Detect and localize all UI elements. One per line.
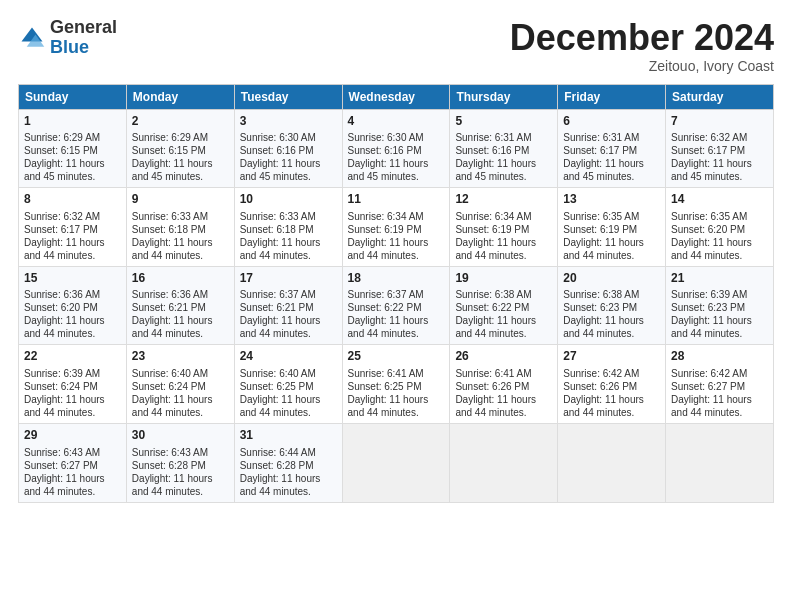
calendar-header-row: SundayMondayTuesdayWednesdayThursdayFrid… — [19, 84, 774, 109]
calendar-cell: 27Sunrise: 6:42 AMSunset: 6:26 PMDayligh… — [558, 345, 666, 424]
day-info: and 45 minutes. — [455, 170, 552, 183]
day-info: Daylight: 11 hours — [455, 236, 552, 249]
day-info: Sunset: 6:20 PM — [671, 223, 768, 236]
calendar-header-monday: Monday — [126, 84, 234, 109]
day-info: and 44 minutes. — [132, 406, 229, 419]
day-info: Daylight: 11 hours — [563, 314, 660, 327]
day-info: Daylight: 11 hours — [132, 472, 229, 485]
day-info: Sunset: 6:18 PM — [240, 223, 337, 236]
calendar-week-row: 15Sunrise: 6:36 AMSunset: 6:20 PMDayligh… — [19, 266, 774, 345]
day-info: Sunset: 6:17 PM — [24, 223, 121, 236]
day-number: 14 — [671, 192, 768, 208]
day-number: 5 — [455, 114, 552, 130]
calendar-cell: 16Sunrise: 6:36 AMSunset: 6:21 PMDayligh… — [126, 266, 234, 345]
month-title: December 2024 — [510, 18, 774, 58]
day-info: Sunset: 6:24 PM — [132, 380, 229, 393]
day-number: 8 — [24, 192, 121, 208]
day-info: Sunrise: 6:29 AM — [24, 131, 121, 144]
calendar-cell: 15Sunrise: 6:36 AMSunset: 6:20 PMDayligh… — [19, 266, 127, 345]
day-info: and 44 minutes. — [132, 485, 229, 498]
day-info: Sunrise: 6:34 AM — [348, 210, 445, 223]
day-info: and 44 minutes. — [563, 406, 660, 419]
day-number: 1 — [24, 114, 121, 130]
day-info: and 45 minutes. — [24, 170, 121, 183]
day-info: Daylight: 11 hours — [348, 236, 445, 249]
day-number: 29 — [24, 428, 121, 444]
day-info: and 44 minutes. — [24, 406, 121, 419]
day-info: Sunset: 6:22 PM — [455, 301, 552, 314]
day-info: and 45 minutes. — [240, 170, 337, 183]
day-info: and 44 minutes. — [240, 406, 337, 419]
day-info: and 44 minutes. — [348, 327, 445, 340]
day-number: 3 — [240, 114, 337, 130]
day-info: Sunrise: 6:30 AM — [348, 131, 445, 144]
day-info: and 44 minutes. — [671, 327, 768, 340]
day-info: and 44 minutes. — [455, 249, 552, 262]
day-info: Daylight: 11 hours — [563, 236, 660, 249]
day-info: Sunset: 6:26 PM — [563, 380, 660, 393]
day-info: Daylight: 11 hours — [132, 236, 229, 249]
day-info: Sunrise: 6:36 AM — [24, 288, 121, 301]
day-info: Sunset: 6:24 PM — [24, 380, 121, 393]
day-info: Sunrise: 6:32 AM — [24, 210, 121, 223]
calendar-header-tuesday: Tuesday — [234, 84, 342, 109]
day-info: Sunrise: 6:40 AM — [132, 367, 229, 380]
day-number: 4 — [348, 114, 445, 130]
day-info: Sunset: 6:18 PM — [132, 223, 229, 236]
day-info: Daylight: 11 hours — [348, 157, 445, 170]
day-number: 28 — [671, 349, 768, 365]
calendar-cell: 29Sunrise: 6:43 AMSunset: 6:27 PMDayligh… — [19, 423, 127, 502]
day-number: 10 — [240, 192, 337, 208]
day-info: Sunrise: 6:38 AM — [563, 288, 660, 301]
calendar-cell: 21Sunrise: 6:39 AMSunset: 6:23 PMDayligh… — [666, 266, 774, 345]
day-info: Sunset: 6:15 PM — [132, 144, 229, 157]
day-info: Sunrise: 6:38 AM — [455, 288, 552, 301]
calendar-cell: 23Sunrise: 6:40 AMSunset: 6:24 PMDayligh… — [126, 345, 234, 424]
day-info: Sunset: 6:25 PM — [240, 380, 337, 393]
day-info: and 44 minutes. — [563, 249, 660, 262]
day-info: Sunrise: 6:39 AM — [24, 367, 121, 380]
day-info: Daylight: 11 hours — [132, 157, 229, 170]
day-info: Sunrise: 6:31 AM — [455, 131, 552, 144]
calendar-cell: 20Sunrise: 6:38 AMSunset: 6:23 PMDayligh… — [558, 266, 666, 345]
day-info: Sunrise: 6:33 AM — [132, 210, 229, 223]
calendar-header-wednesday: Wednesday — [342, 84, 450, 109]
day-info: and 44 minutes. — [240, 327, 337, 340]
day-info: and 44 minutes. — [24, 249, 121, 262]
day-info: and 45 minutes. — [563, 170, 660, 183]
day-number: 2 — [132, 114, 229, 130]
day-info: Daylight: 11 hours — [240, 236, 337, 249]
day-info: Sunset: 6:16 PM — [455, 144, 552, 157]
day-info: Daylight: 11 hours — [563, 393, 660, 406]
day-info: and 45 minutes. — [671, 170, 768, 183]
day-number: 17 — [240, 271, 337, 287]
calendar-cell — [450, 423, 558, 502]
calendar-week-row: 8Sunrise: 6:32 AMSunset: 6:17 PMDaylight… — [19, 188, 774, 267]
day-info: Daylight: 11 hours — [348, 393, 445, 406]
day-info: Sunset: 6:22 PM — [348, 301, 445, 314]
day-info: Sunset: 6:25 PM — [348, 380, 445, 393]
day-info: Sunset: 6:15 PM — [24, 144, 121, 157]
day-info: Sunset: 6:21 PM — [132, 301, 229, 314]
header: General Blue December 2024 Zeitouo, Ivor… — [18, 18, 774, 74]
day-info: Daylight: 11 hours — [240, 393, 337, 406]
day-info: and 44 minutes. — [348, 406, 445, 419]
day-info: and 44 minutes. — [24, 327, 121, 340]
day-info: and 44 minutes. — [563, 327, 660, 340]
day-info: Daylight: 11 hours — [24, 157, 121, 170]
day-info: Sunrise: 6:35 AM — [563, 210, 660, 223]
calendar-cell: 30Sunrise: 6:43 AMSunset: 6:28 PMDayligh… — [126, 423, 234, 502]
day-info: Sunrise: 6:39 AM — [671, 288, 768, 301]
day-info: Sunrise: 6:29 AM — [132, 131, 229, 144]
day-info: Daylight: 11 hours — [671, 157, 768, 170]
calendar-cell: 4Sunrise: 6:30 AMSunset: 6:16 PMDaylight… — [342, 109, 450, 188]
calendar-cell: 17Sunrise: 6:37 AMSunset: 6:21 PMDayligh… — [234, 266, 342, 345]
day-info: Sunrise: 6:42 AM — [671, 367, 768, 380]
day-number: 22 — [24, 349, 121, 365]
day-number: 11 — [348, 192, 445, 208]
day-info: Sunset: 6:16 PM — [240, 144, 337, 157]
day-info: Sunrise: 6:43 AM — [24, 446, 121, 459]
subtitle: Zeitouo, Ivory Coast — [510, 58, 774, 74]
day-info: Sunrise: 6:35 AM — [671, 210, 768, 223]
day-info: Sunrise: 6:37 AM — [240, 288, 337, 301]
